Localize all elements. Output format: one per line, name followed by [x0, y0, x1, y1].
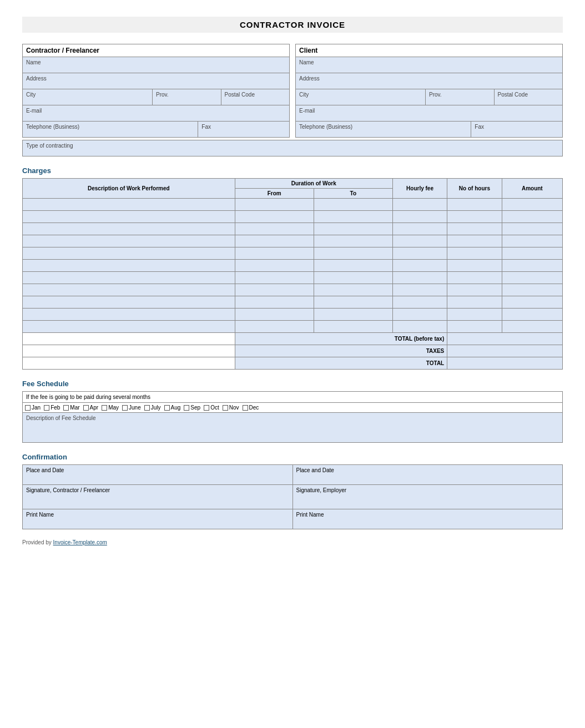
checkbox-jan[interactable]	[25, 405, 31, 411]
contractor-email-label[interactable]: E-mail	[23, 105, 289, 121]
fee-schedule-table: If the fee is going to be paid during se…	[22, 391, 563, 443]
total-value[interactable]	[447, 357, 563, 370]
month-dec: Dec	[243, 405, 259, 411]
client-address-label[interactable]: Address	[296, 73, 562, 89]
fee-desc-value[interactable]	[26, 423, 559, 440]
type-contracting-container: Type of contracting	[22, 140, 563, 156]
taxes-row: TAXES	[23, 345, 563, 357]
label-aug: Aug	[171, 405, 181, 411]
table-row	[23, 260, 563, 272]
checkbox-apr[interactable]	[83, 405, 89, 411]
total-row: TOTAL	[23, 357, 563, 370]
months-container: Jan Feb Mar Apr	[25, 405, 560, 411]
contractor-address-label[interactable]: Address	[23, 73, 289, 89]
contractor-prov-label[interactable]: Prov.	[153, 89, 221, 105]
client-address-row: Address	[296, 73, 562, 89]
checkbox-aug[interactable]	[164, 405, 170, 411]
confirmation-section: Confirmation Place and Date Place and Da…	[22, 453, 563, 529]
table-row	[23, 272, 563, 284]
table-row	[23, 223, 563, 235]
contractor-tel-row: Telephone (Business) Fax	[23, 121, 289, 137]
fee-months-cell: Jan Feb Mar Apr	[23, 403, 563, 413]
checkbox-june[interactable]	[122, 405, 128, 411]
checkbox-feb[interactable]	[44, 405, 49, 411]
contractor-block: Contractor / Freelancer Name Address Cit…	[22, 44, 290, 138]
total-before-tax-value[interactable]	[447, 333, 563, 345]
contractor-name-label[interactable]: Name	[23, 57, 289, 73]
taxes-label: TAXES	[235, 345, 447, 357]
contractor-address-row: Address	[23, 73, 289, 89]
month-apr: Apr	[83, 405, 99, 411]
client-block: Client Name Address City Prov. Postal Co…	[295, 44, 563, 138]
table-row	[23, 309, 563, 321]
month-may: May	[102, 405, 119, 411]
label-nov: Nov	[229, 405, 239, 411]
total-before-tax-label: TOTAL (before tax)	[235, 333, 447, 345]
taxes-value[interactable]	[447, 345, 563, 357]
contractor-city-label[interactable]: City	[23, 89, 153, 105]
contractor-header: Contractor / Freelancer	[23, 44, 289, 57]
confirm-signature-row: Signature, Contractor / Freelancer Signa…	[23, 485, 563, 509]
checkbox-mar[interactable]	[63, 405, 69, 411]
checkbox-july[interactable]	[144, 405, 150, 411]
checkbox-oct[interactable]	[204, 405, 209, 411]
label-jan: Jan	[32, 405, 41, 411]
client-name-label[interactable]: Name	[296, 57, 562, 73]
total-before-tax-row: TOTAL (before tax)	[23, 333, 563, 345]
checkbox-dec[interactable]	[243, 405, 248, 411]
checkbox-sep[interactable]	[184, 405, 189, 411]
client-email-label[interactable]: E-mail	[296, 105, 562, 121]
month-oct: Oct	[204, 405, 219, 411]
client-tel-label[interactable]: Telephone (Business)	[296, 122, 471, 137]
client-city-label[interactable]: City	[296, 89, 426, 105]
month-june: June	[122, 405, 141, 411]
confirmation-table: Place and Date Place and Date Signature,…	[22, 464, 563, 529]
confirm-sig-employer[interactable]: Signature, Employer	[292, 485, 563, 509]
table-row	[23, 284, 563, 296]
confirm-place-date-2[interactable]: Place and Date	[292, 465, 563, 485]
month-mar: Mar	[63, 405, 79, 411]
charges-title: Charges	[22, 166, 563, 175]
confirmation-title: Confirmation	[22, 453, 563, 461]
client-fax-label[interactable]: Fax	[471, 122, 562, 137]
contractor-fax-label[interactable]: Fax	[198, 122, 289, 137]
fee-desc-row: Description of Fee Schedule	[23, 413, 563, 443]
contractor-city-row: City Prov. Postal Code	[23, 89, 289, 105]
confirm-print-1[interactable]: Print Name	[23, 509, 293, 529]
client-tel-row: Telephone (Business) Fax	[296, 121, 562, 137]
col-duration: Duration of Work	[235, 179, 392, 189]
page-title: CONTRACTOR INVOICE	[22, 17, 563, 33]
label-july: July	[151, 405, 161, 411]
footer: Provided by Invoice-Template.com	[22, 539, 563, 545]
confirm-print-2[interactable]: Print Name	[292, 509, 563, 529]
confirm-place-date-1[interactable]: Place and Date	[23, 465, 293, 485]
type-contracting-cell[interactable]: Type of contracting	[23, 140, 562, 156]
col-nohours: No of hours	[447, 179, 502, 199]
month-july: July	[144, 405, 161, 411]
fee-months-row: Jan Feb Mar Apr	[23, 403, 563, 413]
contractor-tel-label[interactable]: Telephone (Business)	[23, 122, 198, 137]
confirm-print-row: Print Name Print Name	[23, 509, 563, 529]
client-city-row: City Prov. Postal Code	[296, 89, 562, 105]
col-amount: Amount	[502, 179, 562, 199]
contractor-postal-label[interactable]: Postal Code	[221, 89, 290, 105]
footer-link[interactable]: Invoice-Template.com	[53, 539, 107, 545]
checkbox-nov[interactable]	[223, 405, 228, 411]
confirm-sig-contractor[interactable]: Signature, Contractor / Freelancer	[23, 485, 293, 509]
client-postal-label[interactable]: Postal Code	[495, 89, 563, 105]
label-feb: Feb	[51, 405, 60, 411]
total-label: TOTAL	[235, 357, 447, 370]
month-nov: Nov	[223, 405, 239, 411]
checkbox-may[interactable]	[102, 405, 107, 411]
client-prov-label[interactable]: Prov.	[426, 89, 495, 105]
col-from: From	[235, 189, 314, 199]
client-header: Client	[296, 44, 562, 57]
label-may: May	[108, 405, 119, 411]
table-row	[23, 247, 563, 260]
fee-section: Fee Schedule If the fee is going to be p…	[22, 380, 563, 443]
col-to: To	[314, 189, 392, 199]
month-aug: Aug	[164, 405, 181, 411]
label-sep: Sep	[190, 405, 200, 411]
label-dec: Dec	[249, 405, 259, 411]
fee-desc-cell[interactable]: Description of Fee Schedule	[23, 413, 563, 443]
